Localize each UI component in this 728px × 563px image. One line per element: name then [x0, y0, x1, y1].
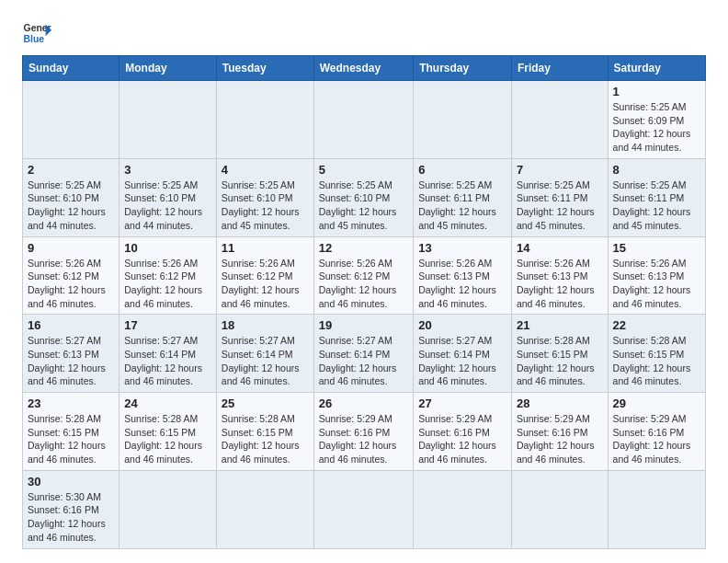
calendar-cell: 5Sunrise: 5:25 AM Sunset: 6:10 PM Daylig… — [313, 158, 413, 236]
day-number: 29 — [613, 396, 700, 410]
calendar-cell: 29Sunrise: 5:29 AM Sunset: 6:16 PM Dayli… — [608, 393, 705, 471]
column-header-monday: Monday — [119, 56, 217, 81]
calendar-cell: 12Sunrise: 5:26 AM Sunset: 6:12 PM Dayli… — [313, 236, 413, 315]
day-info: Sunrise: 5:26 AM Sunset: 6:12 PM Dayligh… — [222, 257, 309, 311]
calendar-cell: 30Sunrise: 5:30 AM Sunset: 6:16 PM Dayli… — [23, 470, 119, 548]
calendar-cell — [608, 470, 705, 548]
day-number: 30 — [28, 475, 114, 488]
calendar-table: SundayMondayTuesdayWednesdayThursdayFrid… — [22, 55, 706, 549]
calendar-cell — [511, 81, 608, 159]
day-number: 8 — [613, 163, 700, 177]
column-header-tuesday: Tuesday — [216, 56, 313, 81]
day-info: Sunrise: 5:25 AM Sunset: 6:11 PM Dayligh… — [613, 178, 700, 233]
column-header-thursday: Thursday — [414, 56, 512, 81]
day-number: 13 — [418, 241, 506, 255]
page-header: General Blue — [22, 18, 706, 48]
calendar-cell: 10Sunrise: 5:26 AM Sunset: 6:12 PM Dayli… — [119, 236, 217, 315]
day-info: Sunrise: 5:25 AM Sunset: 6:10 PM Dayligh… — [222, 178, 309, 233]
day-info: Sunrise: 5:28 AM Sunset: 6:15 PM Dayligh… — [613, 334, 700, 388]
calendar-cell: 15Sunrise: 5:26 AM Sunset: 6:13 PM Dayli… — [608, 236, 705, 315]
day-number: 20 — [418, 318, 506, 332]
calendar-week-row: 9Sunrise: 5:26 AM Sunset: 6:12 PM Daylig… — [23, 236, 706, 315]
calendar-week-row: 30Sunrise: 5:30 AM Sunset: 6:16 PM Dayli… — [23, 470, 706, 548]
day-number: 24 — [124, 396, 211, 410]
day-info: Sunrise: 5:28 AM Sunset: 6:15 PM Dayligh… — [222, 412, 309, 466]
day-info: Sunrise: 5:25 AM Sunset: 6:11 PM Dayligh… — [418, 178, 506, 233]
day-info: Sunrise: 5:25 AM Sunset: 6:11 PM Dayligh… — [517, 178, 603, 233]
day-number: 28 — [517, 396, 603, 410]
day-info: Sunrise: 5:29 AM Sunset: 6:16 PM Dayligh… — [613, 412, 700, 466]
day-number: 9 — [28, 241, 114, 255]
calendar-cell — [313, 81, 413, 159]
day-number: 5 — [319, 163, 408, 177]
day-number: 1 — [613, 85, 700, 98]
day-info: Sunrise: 5:28 AM Sunset: 6:15 PM Dayligh… — [517, 334, 603, 388]
calendar-cell: 26Sunrise: 5:29 AM Sunset: 6:16 PM Dayli… — [313, 393, 413, 471]
column-header-sunday: Sunday — [23, 56, 119, 81]
day-info: Sunrise: 5:26 AM Sunset: 6:13 PM Dayligh… — [418, 257, 506, 311]
calendar-cell: 13Sunrise: 5:26 AM Sunset: 6:13 PM Dayli… — [414, 236, 512, 315]
day-info: Sunrise: 5:27 AM Sunset: 6:14 PM Dayligh… — [222, 334, 309, 388]
calendar-cell: 2Sunrise: 5:25 AM Sunset: 6:10 PM Daylig… — [23, 158, 119, 236]
svg-text:Blue: Blue — [24, 34, 45, 44]
calendar-cell: 23Sunrise: 5:28 AM Sunset: 6:15 PM Dayli… — [23, 393, 119, 471]
calendar-cell: 20Sunrise: 5:27 AM Sunset: 6:14 PM Dayli… — [414, 315, 512, 393]
calendar-cell — [313, 470, 413, 548]
calendar-cell: 16Sunrise: 5:27 AM Sunset: 6:13 PM Dayli… — [23, 315, 119, 393]
day-info: Sunrise: 5:29 AM Sunset: 6:16 PM Dayligh… — [319, 412, 408, 466]
day-info: Sunrise: 5:26 AM Sunset: 6:12 PM Dayligh… — [124, 257, 211, 311]
column-header-saturday: Saturday — [608, 56, 705, 81]
calendar-cell: 11Sunrise: 5:26 AM Sunset: 6:12 PM Dayli… — [216, 236, 313, 315]
calendar-cell: 8Sunrise: 5:25 AM Sunset: 6:11 PM Daylig… — [608, 158, 705, 236]
day-number: 10 — [124, 241, 211, 255]
day-number: 2 — [28, 163, 114, 177]
calendar-cell: 17Sunrise: 5:27 AM Sunset: 6:14 PM Dayli… — [119, 315, 217, 393]
day-number: 26 — [319, 396, 408, 410]
day-number: 17 — [124, 318, 211, 332]
column-header-friday: Friday — [511, 56, 608, 81]
calendar-cell: 14Sunrise: 5:26 AM Sunset: 6:13 PM Dayli… — [511, 236, 608, 315]
calendar-cell: 9Sunrise: 5:26 AM Sunset: 6:12 PM Daylig… — [23, 236, 119, 315]
calendar-cell: 21Sunrise: 5:28 AM Sunset: 6:15 PM Dayli… — [511, 315, 608, 393]
logo-icon: General Blue — [22, 18, 51, 48]
day-number: 12 — [319, 241, 408, 255]
day-number: 18 — [222, 318, 309, 332]
calendar-cell: 24Sunrise: 5:28 AM Sunset: 6:15 PM Dayli… — [119, 393, 217, 471]
day-info: Sunrise: 5:26 AM Sunset: 6:12 PM Dayligh… — [319, 257, 408, 311]
calendar-cell: 18Sunrise: 5:27 AM Sunset: 6:14 PM Dayli… — [216, 315, 313, 393]
day-number: 16 — [28, 318, 114, 332]
day-info: Sunrise: 5:25 AM Sunset: 6:10 PM Dayligh… — [124, 178, 211, 233]
calendar-week-row: 16Sunrise: 5:27 AM Sunset: 6:13 PM Dayli… — [23, 315, 706, 393]
calendar-cell — [119, 470, 217, 548]
calendar-cell: 7Sunrise: 5:25 AM Sunset: 6:11 PM Daylig… — [511, 158, 608, 236]
calendar-week-row: 23Sunrise: 5:28 AM Sunset: 6:15 PM Dayli… — [23, 393, 706, 471]
calendar-cell: 22Sunrise: 5:28 AM Sunset: 6:15 PM Dayli… — [608, 315, 705, 393]
calendar-cell — [511, 470, 608, 548]
day-info: Sunrise: 5:27 AM Sunset: 6:13 PM Dayligh… — [28, 334, 114, 388]
day-number: 21 — [517, 318, 603, 332]
calendar-cell: 27Sunrise: 5:29 AM Sunset: 6:16 PM Dayli… — [414, 393, 512, 471]
day-info: Sunrise: 5:25 AM Sunset: 6:10 PM Dayligh… — [28, 178, 114, 233]
logo: General Blue — [22, 18, 55, 48]
day-info: Sunrise: 5:26 AM Sunset: 6:12 PM Dayligh… — [28, 257, 114, 311]
calendar-week-row: 2Sunrise: 5:25 AM Sunset: 6:10 PM Daylig… — [23, 158, 706, 236]
calendar-cell: 19Sunrise: 5:27 AM Sunset: 6:14 PM Dayli… — [313, 315, 413, 393]
day-number: 22 — [613, 318, 700, 332]
day-info: Sunrise: 5:26 AM Sunset: 6:13 PM Dayligh… — [613, 257, 700, 311]
day-info: Sunrise: 5:25 AM Sunset: 6:10 PM Dayligh… — [319, 178, 408, 233]
calendar-cell — [119, 81, 217, 159]
calendar-header-row: SundayMondayTuesdayWednesdayThursdayFrid… — [23, 56, 706, 81]
calendar-cell: 1Sunrise: 5:25 AM Sunset: 6:09 PM Daylig… — [608, 81, 705, 159]
day-info: Sunrise: 5:29 AM Sunset: 6:16 PM Dayligh… — [418, 412, 506, 466]
calendar-cell — [414, 81, 512, 159]
day-info: Sunrise: 5:27 AM Sunset: 6:14 PM Dayligh… — [319, 334, 408, 388]
calendar-week-row: 1Sunrise: 5:25 AM Sunset: 6:09 PM Daylig… — [23, 81, 706, 159]
calendar-cell — [414, 470, 512, 548]
day-info: Sunrise: 5:26 AM Sunset: 6:13 PM Dayligh… — [517, 257, 603, 311]
day-number: 14 — [517, 241, 603, 255]
day-info: Sunrise: 5:30 AM Sunset: 6:16 PM Dayligh… — [28, 490, 114, 545]
day-number: 25 — [222, 396, 309, 410]
day-info: Sunrise: 5:29 AM Sunset: 6:16 PM Dayligh… — [517, 412, 603, 466]
day-number: 4 — [222, 163, 309, 177]
calendar-cell: 6Sunrise: 5:25 AM Sunset: 6:11 PM Daylig… — [414, 158, 512, 236]
